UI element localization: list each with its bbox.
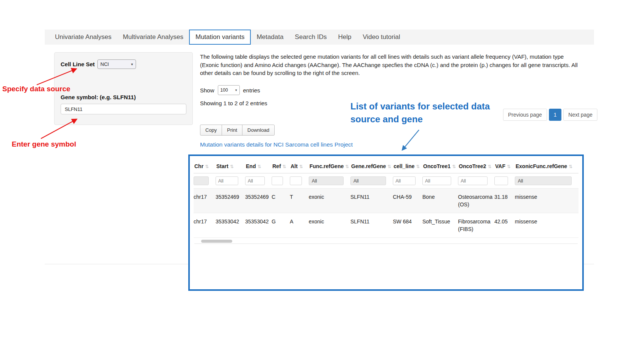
cell-line-set-select[interactable]: NCI ▾ [97,59,136,69]
filter-input-alt[interactable] [290,176,302,185]
download-button[interactable]: Download [242,125,275,136]
filter-input-end[interactable] [245,176,265,185]
sort-icon: ⇅ [569,164,572,169]
col-header-func-refgene[interactable]: Func.refGene⇅ [309,158,350,173]
chevron-down-icon: ▾ [131,62,133,66]
print-button[interactable]: Print [222,125,242,136]
copy-button[interactable]: Copy [200,125,222,136]
col-header-vaf[interactable]: VAF⇅ [494,158,515,173]
cell-end: 35353042 [245,213,272,238]
showing-entries-text: Showing 1 to 2 of 2 entries [200,100,267,106]
col-header-label: Chr [194,163,203,169]
table-description: The following table displays the selecte… [200,53,578,77]
tab-mutation-variants[interactable]: Mutation variants [189,30,251,45]
cell-line-set-row: Cell Line Set NCI ▾ [61,59,186,69]
table-header-row: Chr⇅Start⇅End⇅Ref⇅Alt⇅Func.refGene⇅Gene.… [194,158,578,173]
filter-input-cell-line[interactable] [393,176,416,185]
filter-cell-vaf [494,173,515,189]
gene-symbol-input[interactable] [61,104,186,114]
filter-cell-exonicfunc-refgene: All [515,173,578,189]
filter-input-ref[interactable] [272,176,283,185]
annotation-list-of-variants: List of variants for selected data sourc… [350,100,501,126]
cell-oncotree2: Fibrosarcoma (FIBS) [458,213,494,238]
gene-symbol-label: Gene symbol: (e.g. SLFN11) [61,94,186,100]
cell-cell-line: CHA-59 [393,189,422,213]
cell-ref: G [272,213,290,238]
col-header-label: Ref [272,163,281,169]
page-length-select[interactable]: 100 ▾ [218,85,240,95]
show-label: Show [200,87,214,94]
sort-icon: ⇅ [299,164,303,169]
sort-icon: ⇅ [452,164,456,169]
cell-exonicfunc-refgene: missense [515,213,578,238]
filter-cell-start [216,173,245,189]
col-header-start[interactable]: Start⇅ [216,158,245,173]
col-header-alt[interactable]: Alt⇅ [290,158,309,173]
variants-table-frame: Chr⇅Start⇅End⇅Ref⇅Alt⇅Func.refGene⇅Gene.… [188,154,584,291]
col-header-end[interactable]: End⇅ [245,158,272,173]
filter-select-func-refgene[interactable]: All [309,176,344,185]
col-header-oncotree1[interactable]: OncoTree1⇅ [422,158,458,173]
filter-cell-oncotree2 [458,173,494,189]
next-page-button[interactable]: Next page [563,109,597,121]
cell-alt: A [290,213,309,238]
cell-oncotree1: Soft_Tissue [422,213,458,238]
annotation-enter-gene-symbol: Enter gene symbol [12,140,76,148]
cell-ref: C [272,189,290,213]
scrollbar-thumb[interactable] [201,240,232,243]
table-row[interactable]: chr173535304235353042GAexonicSLFN11SW 68… [194,213,578,238]
tab-univariate-analyses[interactable]: Univariate Analyses [49,30,117,45]
cell-end: 35352469 [245,189,272,213]
sort-icon: ⇅ [205,164,209,169]
cell-oncotree2: Osteosarcoma (OS) [458,189,494,213]
filter-input-oncotree1[interactable] [422,176,451,185]
col-header-label: OncoTree1 [423,163,450,169]
filter-select-exonicfunc-refgene[interactable]: All [515,176,572,185]
horizontal-scrollbar [194,239,578,244]
filter-select-gene-refgene[interactable]: All [350,176,386,185]
tab-help[interactable]: Help [332,30,357,45]
previous-page-button[interactable]: Previous page [503,109,547,121]
table-title-link[interactable]: Mutation variants details for NCI Sarcom… [200,141,353,148]
filter-cell-alt [290,173,309,189]
col-header-ref[interactable]: Ref⇅ [272,158,290,173]
cell-vaf: 42.05 [494,213,515,238]
sort-icon: ⇅ [416,164,420,169]
sort-icon: ⇅ [257,164,261,169]
sort-icon: ⇅ [388,164,391,169]
tab-metadata[interactable]: Metadata [251,30,289,45]
filter-input-vaf[interactable] [494,176,508,185]
filter-cell-end [245,173,272,189]
tab-multivariate-analyses[interactable]: Multivariate Analyses [117,30,189,45]
filter-cell-func-refgene: All [309,173,350,189]
col-header-gene-refgene[interactable]: Gene.refGene⇅ [350,158,393,173]
sort-icon: ⇅ [345,164,349,169]
cell-func-refgene: exonic [309,213,350,238]
cell-start: 35352469 [216,189,245,213]
filter-select-chr[interactable] [194,176,209,185]
filter-input-start[interactable] [216,176,238,185]
cell-start: 35353042 [216,213,245,238]
col-header-label: OncoTree2 [459,163,486,169]
current-page-button[interactable]: 1 [549,109,562,121]
cell-line-set-value: NCI [100,61,109,67]
page-length-value: 100 [220,87,228,93]
tab-video-tutorial[interactable]: Video tutorial [357,30,406,45]
col-header-cell-line[interactable]: cell_line⇅ [393,158,422,173]
cell-cell-line: SW 684 [393,213,422,238]
pagination: Previous page 1 Next page [503,109,597,121]
show-entries-control: Show 100 ▾ entries [200,85,260,95]
entries-label: entries [243,87,260,94]
col-header-exonicfunc-refgene[interactable]: ExonicFunc.refGene⇅ [515,158,578,173]
filter-cell-cell-line [393,173,422,189]
annotation-specify-data-source: Specify data source [2,85,70,93]
tab-search-ids[interactable]: Search IDs [289,30,332,45]
table-filter-row: AllAllAll [194,173,578,189]
filter-input-oncotree2[interactable] [458,176,488,185]
sort-icon: ⇅ [488,164,491,169]
col-header-oncotree2[interactable]: OncoTree2⇅ [458,158,494,173]
sort-icon: ⇅ [230,164,234,169]
input-panel: Cell Line Set NCI ▾ Gene symbol: (e.g. S… [54,52,193,125]
table-row[interactable]: chr173535246935352469CTexonicSLFN11CHA-5… [194,189,578,213]
col-header-chr[interactable]: Chr⇅ [194,158,216,173]
